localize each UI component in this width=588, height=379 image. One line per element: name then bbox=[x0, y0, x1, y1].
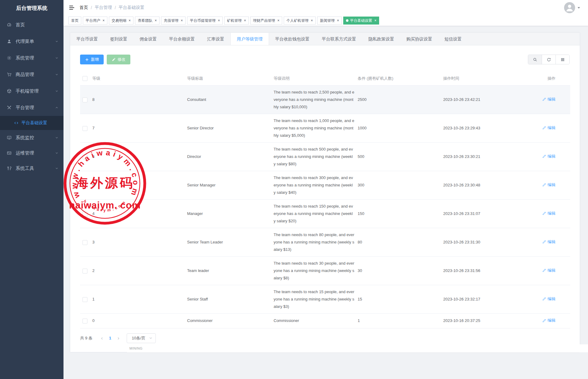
row-edit-button[interactable]: 编辑 bbox=[542, 210, 555, 217]
view-tag[interactable]: 首页 bbox=[68, 17, 81, 25]
pencil-icon bbox=[542, 240, 546, 244]
close-icon[interactable]: × bbox=[337, 19, 339, 22]
close-icon[interactable]: × bbox=[129, 19, 131, 22]
view-tag[interactable]: 新闻管理 × bbox=[317, 17, 342, 25]
next-page-button[interactable]: › bbox=[114, 335, 122, 341]
view-tag[interactable]: 平台币提现管理 × bbox=[187, 17, 223, 25]
view-tag[interactable]: 平台基础设置 × bbox=[343, 17, 379, 25]
row-edit-button[interactable]: 编辑 bbox=[542, 238, 555, 246]
table-tools bbox=[528, 55, 570, 64]
description-cell: The team needs to reach 30 people, and e… bbox=[274, 257, 358, 285]
view-tag[interactable]: 理财产品管理 × bbox=[250, 17, 282, 25]
row-select-cell bbox=[80, 200, 92, 228]
sidebar-item-system-management[interactable]: 系统管理 bbox=[0, 50, 63, 66]
actions-cell: 编辑 bbox=[534, 114, 570, 143]
tab[interactable]: 汇率设置 bbox=[201, 33, 230, 45]
row-edit-button[interactable]: 编辑 bbox=[542, 317, 555, 324]
level-cell: 3 bbox=[92, 228, 187, 257]
breadcrumb-home[interactable]: 首页 bbox=[79, 5, 88, 10]
sidebar-item-system-monitor[interactable]: 系统监控 bbox=[0, 130, 63, 145]
row-edit-button[interactable]: 编辑 bbox=[542, 96, 555, 103]
row-edit-button[interactable]: 编辑 bbox=[542, 153, 555, 160]
sidebar-item-label: 首页 bbox=[16, 22, 25, 28]
row-edit-button[interactable]: 编辑 bbox=[542, 267, 555, 274]
close-icon[interactable]: × bbox=[155, 19, 157, 22]
view-tag[interactable]: 矿机管理 × bbox=[224, 17, 249, 25]
row-checkbox[interactable] bbox=[83, 240, 87, 245]
close-icon[interactable]: × bbox=[181, 19, 183, 22]
row-checkbox[interactable] bbox=[83, 126, 87, 131]
title-cell: Commissioner bbox=[187, 314, 274, 328]
tab[interactable]: 平台收款钱包设置 bbox=[269, 33, 316, 45]
close-icon[interactable]: × bbox=[311, 19, 313, 22]
sidebar-item-mobile-management[interactable]: 手机端管理 bbox=[0, 83, 63, 99]
sidebar-item-ops-management[interactable]: 运维管理 bbox=[0, 145, 63, 161]
row-checkbox[interactable] bbox=[83, 319, 87, 323]
columns-button[interactable] bbox=[555, 55, 569, 64]
sidebar-item-platform-basic-settings[interactable]: 平台基础设置 bbox=[0, 116, 63, 130]
tab-label: 隐私政策设置 bbox=[368, 36, 394, 41]
close-icon[interactable]: × bbox=[218, 19, 220, 22]
row-edit-button[interactable]: 编辑 bbox=[542, 124, 555, 132]
tab-label: 平台收款钱包设置 bbox=[275, 36, 309, 41]
actions-cell: 编辑 bbox=[534, 285, 570, 314]
close-icon[interactable]: × bbox=[244, 19, 246, 22]
view-tag[interactable]: 个人矿机管理 × bbox=[284, 17, 316, 25]
row-edit-button[interactable]: 编辑 bbox=[542, 181, 555, 189]
gear-icon bbox=[7, 56, 12, 60]
menu-toggle-icon[interactable] bbox=[68, 4, 75, 11]
view-tag[interactable]: 平台用户 × bbox=[83, 17, 107, 25]
column-header-actions: 操作 bbox=[534, 72, 570, 86]
tab[interactable]: 平台币设置 bbox=[70, 33, 104, 45]
sidebar-item-label: 系统监控 bbox=[16, 135, 34, 141]
row-checkbox[interactable] bbox=[83, 297, 87, 302]
breadcrumb-platform-management[interactable]: 平台管理 bbox=[95, 5, 112, 10]
row-checkbox[interactable] bbox=[83, 155, 87, 159]
select-all-checkbox[interactable] bbox=[83, 76, 87, 81]
pencil-icon bbox=[542, 211, 546, 215]
prev-page-button[interactable]: ‹ bbox=[98, 335, 106, 341]
tab[interactable]: 用户等级管理 bbox=[230, 33, 269, 45]
row-checkbox[interactable] bbox=[83, 269, 87, 274]
tab[interactable]: 平台联系方式设置 bbox=[316, 33, 362, 45]
row-checkbox[interactable] bbox=[83, 183, 87, 188]
view-tag[interactable]: 查看团队 × bbox=[135, 17, 159, 25]
refresh-button[interactable] bbox=[542, 55, 555, 64]
chevron-down-icon bbox=[55, 89, 59, 93]
tab[interactable]: 签到设置 bbox=[104, 33, 133, 45]
sidebar-item-platform-management[interactable]: 平台管理 bbox=[0, 99, 63, 116]
tab[interactable]: 平台余额设置 bbox=[163, 33, 201, 45]
row-edit-button[interactable]: 编辑 bbox=[542, 295, 555, 303]
sidebar-item-agent-menu[interactable]: 代理菜单 bbox=[0, 33, 63, 50]
sidebar-item-product-management[interactable]: 商品管理 bbox=[0, 66, 63, 83]
view-tag[interactable]: 交易明细 × bbox=[109, 17, 133, 25]
condition-cell: 30 bbox=[358, 257, 443, 285]
close-icon[interactable]: × bbox=[277, 19, 279, 22]
code-icon bbox=[14, 121, 18, 125]
sidebar-item-home[interactable]: 首页 bbox=[0, 17, 63, 33]
add-button[interactable]: 新增 bbox=[80, 55, 104, 64]
tab[interactable]: 购买协议设置 bbox=[400, 33, 438, 45]
page-number[interactable]: 1 bbox=[106, 336, 114, 340]
table-row: 3 Senior Team Leader The team needs to r… bbox=[80, 228, 570, 257]
tab[interactable]: 佣金设置 bbox=[133, 33, 163, 45]
user-menu[interactable] bbox=[564, 2, 580, 13]
avatar[interactable] bbox=[564, 2, 575, 13]
time-cell: 2023-10-26 23:30:21 bbox=[443, 143, 534, 171]
tab[interactable]: 隐私政策设置 bbox=[362, 33, 400, 45]
tab[interactable]: 短信设置 bbox=[438, 33, 468, 45]
view-tag[interactable]: 充值管理 × bbox=[161, 17, 186, 25]
pagination: 共 9 条 ‹ 1 › 10条/页 bbox=[80, 333, 570, 343]
time-cell: 2023-10-26 23:42:21 bbox=[443, 86, 534, 114]
edit-button[interactable]: 修改 bbox=[107, 55, 130, 64]
actions-cell: 编辑 bbox=[534, 257, 570, 285]
sidebar-item-system-tools[interactable]: 系统工具 bbox=[0, 161, 63, 176]
page-size-select[interactable]: 10条/页 bbox=[127, 333, 156, 343]
title-cell: Consultant bbox=[187, 86, 274, 114]
row-checkbox[interactable] bbox=[83, 212, 87, 216]
close-icon[interactable]: × bbox=[102, 19, 105, 22]
row-select-cell bbox=[80, 114, 92, 143]
row-checkbox[interactable] bbox=[83, 98, 87, 102]
search-button[interactable] bbox=[528, 55, 542, 64]
close-icon[interactable]: × bbox=[374, 19, 376, 22]
